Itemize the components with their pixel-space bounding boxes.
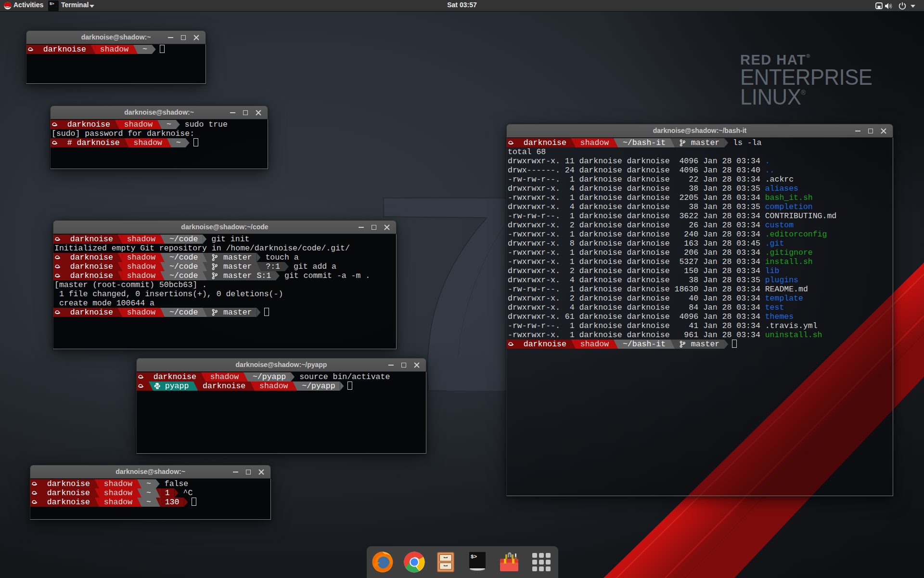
- svg-text:$>: $>: [471, 554, 477, 560]
